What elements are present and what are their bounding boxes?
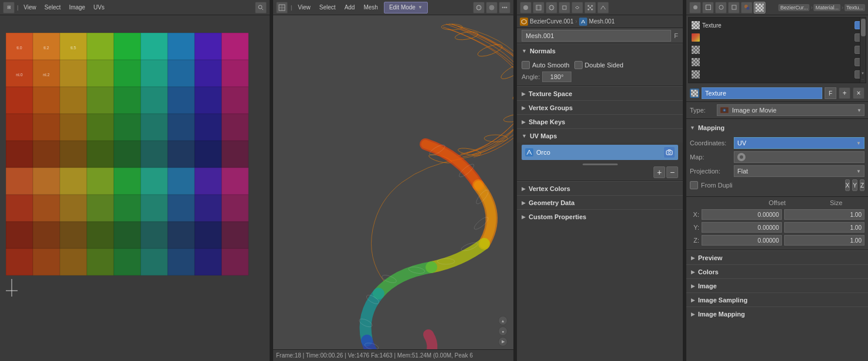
vertex-colors-section[interactable]: ▶ Vertex Colors [517,181,683,195]
scroll-down-arrow[interactable]: ▼ [860,71,865,76]
offset-y-input[interactable] [702,222,782,233]
props-world-icon[interactable] [546,2,557,13]
texture-slot-4[interactable] [690,56,864,68]
tex-object-icon[interactable] [728,2,740,13]
uv-zoom-btn[interactable] [255,2,267,13]
colors-section[interactable]: ▶ Colors [686,264,868,278]
uv-map-remove-btn[interactable]: − [666,166,678,178]
image-arrow: ▶ [691,283,695,289]
uv-map-add-btn[interactable]: + [653,166,665,178]
double-sided-label[interactable]: Double Sided [574,61,624,69]
mapping-coordinates-value[interactable]: UV ▼ [734,137,864,149]
x-btn[interactable]: X [845,179,850,191]
size-z-input[interactable] [784,235,864,246]
properties-header [517,0,683,15]
mapping-coordinates-text: UV [737,139,746,147]
svg-point-143 [693,5,697,9]
from-dupli-checkbox[interactable] [690,181,698,189]
size-y-input[interactable] [784,222,864,233]
texture-space-arrow: ▶ [522,91,526,97]
offset-x-input[interactable] [702,209,782,220]
geometry-data-section[interactable]: ▶ Geometry Data [517,195,683,209]
tex-render-icon[interactable] [702,2,714,13]
uv-map-camera-btn[interactable] [664,147,675,158]
viewport-numpad-right[interactable]: ▶ [498,337,508,346]
mapping-map-value[interactable] [734,151,864,163]
uv-select-btn[interactable]: Select [42,3,64,12]
tex-bc-bezier[interactable]: BezierCur... [778,4,809,11]
offset-title-area [690,199,747,206]
offset-title: Offset [749,199,806,206]
mapping-section-header[interactable]: ▼ Mapping [690,121,864,134]
texture-f-btn[interactable]: F [825,87,836,99]
size-x-input[interactable] [784,209,864,220]
viewport-add-btn[interactable]: Add [342,3,358,12]
viewport-view-mode-btn[interactable] [486,2,498,13]
viewport-numpad-front[interactable]: ● [498,326,508,336]
coord-y-left [702,222,782,233]
image-section[interactable]: ▶ Image [686,278,868,292]
texture-type-select[interactable]: Image or Movie ▼ [717,104,864,116]
tex-bc-material[interactable]: Material... [813,4,840,11]
tex-texture-icon-active[interactable] [754,2,765,13]
normals-header[interactable]: ▼ Normals [517,43,683,57]
angle-value-input[interactable] [542,71,571,82]
texture-space-section[interactable]: ▶ Texture Space [517,86,683,100]
props-constraints-icon[interactable] [571,2,583,13]
uv-uvs-btn[interactable]: UVs [90,3,107,12]
breadcrumb-object[interactable]: BezierCurve.001 [530,18,573,25]
texture-minus-btn[interactable]: × [853,87,864,99]
size-title: Size [808,199,864,206]
tex-world-icon[interactable] [715,2,727,13]
uv-view-btn[interactable]: View [21,3,39,12]
uv-maps-header[interactable]: ▼ UV Maps [517,128,683,142]
texture-slot-2[interactable] [690,32,864,43]
viewport-mesh-btn[interactable]: Mesh [360,3,380,12]
breadcrumb-mesh[interactable]: Mesh.001 [589,18,615,25]
props-particles-icon[interactable] [584,2,596,13]
tex-bc-texture[interactable]: Textu... [845,4,865,11]
viewport-mode-icon[interactable] [276,2,288,13]
svg-point-101 [476,5,481,10]
image-mapping-section[interactable]: ▶ Image Mapping [686,306,868,321]
viewport-view-btn[interactable]: View [295,3,314,12]
viewport-numpad-top[interactable]: ▲ [498,316,508,325]
texture-slot-3[interactable] [690,44,864,56]
texture-slot-5[interactable] [690,69,864,80]
props-render-icon[interactable] [533,2,544,13]
viewport-select-btn[interactable]: Select [316,3,339,12]
normals-body: Auto Smooth Double Sided Angle: [517,57,683,86]
props-object-icon[interactable] [559,2,570,13]
uv-map-item[interactable]: Orco [522,145,678,160]
uv-image-btn[interactable]: Image [66,3,88,12]
offset-z-input[interactable] [702,235,782,246]
image-sampling-title: Image Sampling [698,297,747,304]
viewport-orbit-btn[interactable] [473,2,485,13]
auto-smooth-checkbox[interactable] [522,61,530,69]
texture-slot-1[interactable]: Texture [690,19,864,31]
image-sampling-section[interactable]: ▶ Image Sampling [686,292,868,306]
y-btn[interactable]: Y [852,179,857,191]
vertex-groups-section[interactable]: ▶ Vertex Groups [517,100,683,114]
preview-section[interactable]: ▶ Preview [686,250,868,264]
texture-plus-btn[interactable]: + [839,87,850,99]
auto-smooth-label[interactable]: Auto Smooth [522,61,570,69]
uv-view-toggle[interactable]: ⊞ [3,2,15,13]
edit-mode-dropdown[interactable]: Edit Mode ▼ [384,2,428,13]
props-data-icon[interactable] [597,2,609,13]
breadcrumb-bar: BezierCurve.001 › Mesh.001 [517,15,683,28]
mesh-name-input[interactable] [522,30,671,42]
shape-keys-section[interactable]: ▶ Shape Keys [517,114,683,128]
tex-material-icon[interactable] [741,2,753,13]
z-btn[interactable]: Z [860,179,864,191]
props-scene-icon[interactable] [520,2,532,13]
tex-scene-icon[interactable] [689,2,701,13]
texture-list-scrollbar[interactable]: ▼ ─ [860,18,866,83]
texture-scrollbar-thumb[interactable] [861,19,866,36]
mapping-projection-value[interactable]: Flat ▼ [734,165,864,177]
custom-props-section[interactable]: ▶ Custom Properties [517,209,683,223]
viewport-extras-btn[interactable]: ••• [499,2,510,13]
normals-section: ▼ Normals Auto Smooth Double Sided [517,43,683,86]
texture-name-input[interactable] [702,87,822,99]
double-sided-checkbox[interactable] [574,61,583,69]
